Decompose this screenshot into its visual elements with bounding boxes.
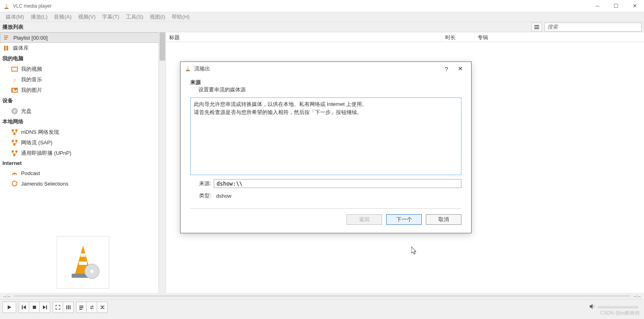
svg-point-35: [90, 270, 94, 273]
svg-point-28: [14, 173, 15, 175]
sidebar-item-upnp[interactable]: 通用即插即播 (UPnP): [0, 148, 166, 158]
menu-audio[interactable]: 音频(A): [51, 13, 74, 21]
sidebar-item-mdns[interactable]: mDNS 网络发现: [0, 127, 166, 137]
sidebar-item-jamendo[interactable]: Jamendo Selections: [0, 178, 166, 189]
sidebar-item-label: Podcast: [21, 170, 40, 176]
type-label: 类型:: [190, 192, 214, 199]
sidebar-item-disc[interactable]: 光盘: [0, 106, 166, 116]
playlist-title: 播放列表: [0, 23, 531, 31]
sidebar-item-sap[interactable]: 网络流 (SAP): [0, 137, 166, 148]
svg-rect-3: [4, 8, 9, 9]
extended-settings-button[interactable]: [63, 302, 74, 313]
next-button[interactable]: 下一个: [386, 214, 422, 225]
column-headers: 标题 时长 专辑: [166, 32, 644, 42]
maximize-button[interactable]: ☐: [607, 0, 625, 12]
sidebar-item-label: 通用即插即播 (UPnP): [21, 150, 71, 157]
menu-help[interactable]: 帮助(H): [169, 13, 192, 21]
info-line1: 此向导允许您串流或转换媒体，以供在本地、私有网络或 Internet 上使用。: [194, 100, 458, 108]
sidebar-item-videos[interactable]: 我的视频: [0, 64, 166, 74]
sidebar-item-medialib[interactable]: 媒体库: [0, 43, 166, 53]
volume-slider[interactable]: [598, 306, 638, 308]
sidebar-item-music[interactable]: ♪ 我的音乐: [0, 74, 166, 85]
seek-slider[interactable]: [14, 295, 631, 297]
podcast-icon: [11, 170, 18, 176]
pictures-icon: [11, 87, 18, 93]
jamendo-icon: [11, 180, 18, 187]
play-button[interactable]: [2, 302, 16, 313]
sidebar-item-playlist[interactable]: Playlist [00:00]: [0, 32, 166, 43]
network-icon: [11, 129, 18, 135]
info-line2: 请首先检查源是否与您所希望的输入相符，然后按「下一步」按钮继续。: [194, 108, 458, 116]
col-title[interactable]: 标题: [166, 32, 442, 42]
svg-rect-31: [81, 254, 85, 257]
music-icon: ♪: [11, 76, 18, 83]
skip-group: [19, 302, 50, 313]
cancel-button[interactable]: 取消: [426, 214, 461, 225]
svg-marker-40: [8, 305, 11, 309]
svg-rect-9: [4, 39, 7, 40]
svg-rect-47: [68, 305, 69, 309]
svg-rect-41: [22, 305, 23, 309]
menu-media[interactable]: 媒体(M): [3, 13, 27, 21]
svg-rect-45: [46, 305, 47, 309]
stop-button[interactable]: [29, 302, 40, 313]
col-duration[interactable]: 时长: [442, 32, 474, 42]
svg-rect-19: [12, 129, 14, 131]
previous-button[interactable]: [19, 302, 29, 313]
video-icon: [11, 66, 18, 72]
section-title: 来源: [190, 79, 461, 86]
stream-output-dialog: 流输出 ? ✕ 来源 设置要串流的媒体源 此向导允许您串流或转换媒体，以供在本地…: [180, 61, 472, 233]
source-input[interactable]: [214, 179, 461, 188]
svg-rect-26: [15, 150, 17, 152]
svg-rect-25: [12, 150, 14, 152]
svg-rect-8: [4, 37, 8, 38]
type-value: dshow: [214, 193, 232, 199]
menu-view[interactable]: 视图(I): [147, 13, 168, 21]
next-button[interactable]: [40, 302, 50, 313]
playlist-group: [76, 302, 108, 313]
sidebar-item-pictures[interactable]: 我的图片: [0, 85, 166, 95]
menu-tools[interactable]: 工具(S): [123, 13, 146, 21]
toggle-playlist-button[interactable]: [76, 302, 87, 313]
sidebar-item-label: 媒体库: [13, 44, 29, 52]
view-toggle-button[interactable]: [531, 23, 542, 32]
app-title: VLC media player: [13, 3, 588, 9]
svg-rect-5: [534, 27, 539, 27]
source-label: 来源:: [190, 180, 214, 187]
minimize-button[interactable]: ─: [588, 0, 607, 12]
shuffle-button[interactable]: [97, 302, 108, 313]
vlc-icon: [3, 3, 10, 9]
sidebar-item-label: 光盘: [21, 108, 32, 115]
svg-rect-32: [79, 262, 87, 265]
sidebar-item-podcast[interactable]: Podcast: [0, 168, 166, 178]
sidebar-item-label: Playlist [00:00]: [13, 35, 48, 41]
sidebar: Playlist [00:00] 媒体库 我的电脑 我的视频 ♪ 我的音乐: [0, 32, 166, 293]
svg-rect-20: [15, 129, 17, 131]
sidebar-scrollbar[interactable]: [158, 32, 166, 293]
dialog-close-button[interactable]: ✕: [453, 63, 467, 75]
search-input[interactable]: [544, 23, 642, 32]
menu-subtitle[interactable]: 字幕(T): [100, 13, 122, 21]
svg-rect-1: [6, 5, 7, 6]
svg-rect-11: [6, 46, 8, 51]
col-album[interactable]: 专辑: [474, 32, 644, 42]
sidebar-item-label: 我的音乐: [21, 76, 42, 83]
dialog-title: 流输出: [191, 65, 440, 72]
svg-rect-10: [4, 46, 6, 51]
sidebar-item-label: Jamendo Selections: [21, 181, 68, 187]
close-button[interactable]: ✕: [625, 0, 644, 12]
fullscreen-button[interactable]: [53, 302, 63, 313]
svg-rect-4: [534, 25, 539, 26]
playlist-icon: [4, 34, 10, 41]
loop-button[interactable]: [87, 302, 97, 313]
album-art: [57, 236, 109, 289]
svg-rect-50: [79, 307, 83, 308]
menu-playback[interactable]: 播放(L): [28, 13, 50, 21]
dialog-help-button[interactable]: ?: [440, 63, 453, 75]
menu-video[interactable]: 视频(V): [76, 13, 98, 21]
network-icon: [11, 139, 18, 146]
network-icon: [11, 150, 18, 156]
svg-rect-37: [187, 67, 189, 68]
mute-button[interactable]: [589, 303, 595, 311]
svg-rect-22: [12, 140, 14, 142]
